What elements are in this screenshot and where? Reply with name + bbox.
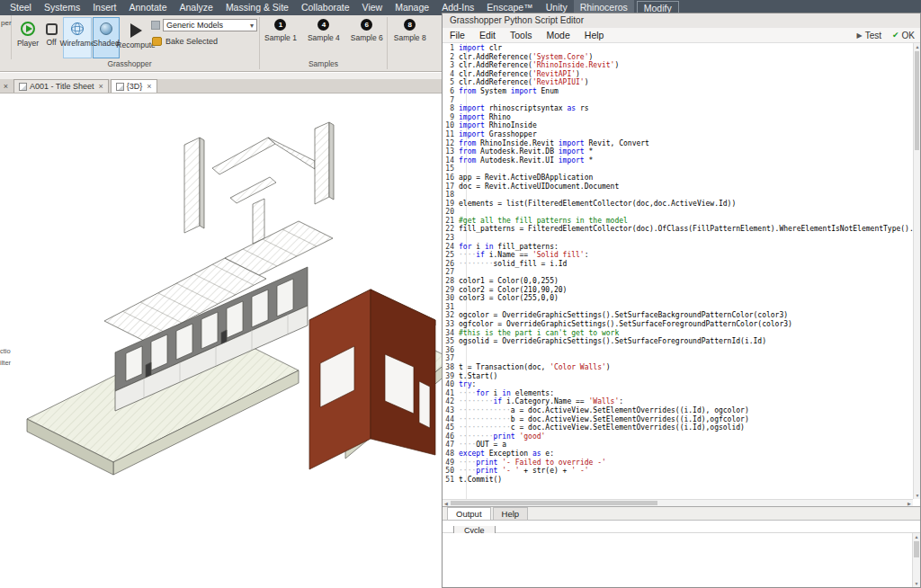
ribbon-tab-analyze[interactable]: Analyze xyxy=(174,0,219,15)
code-line[interactable]: 37 xyxy=(443,354,913,363)
code-vertical-scrollbar[interactable]: ▲ ▼ xyxy=(913,43,920,499)
output-vertical-scrollbar[interactable]: ▲ ▼ xyxy=(912,533,920,587)
bake-selected-button[interactable]: Bake Selected xyxy=(151,37,257,46)
code-line[interactable]: 40try: xyxy=(443,380,913,389)
code-line[interactable]: 48except Exception as e: xyxy=(443,450,913,459)
code-line[interactable]: 18 xyxy=(443,191,913,200)
code-line[interactable]: 45············c = doc.ActiveView.SetElem… xyxy=(443,423,913,432)
code-editor[interactable]: 1import clr2clr.AddReference('System.Cor… xyxy=(443,43,920,506)
menu-mode[interactable]: Mode xyxy=(540,30,577,40)
sample-button[interactable]: 1Sample 1 xyxy=(264,19,297,42)
code-line[interactable]: 22fill_patterns = FilteredElementCollect… xyxy=(443,225,913,234)
menu-file[interactable]: File xyxy=(443,30,472,40)
code-line[interactable]: 32ogcolor = OverrideGraphicSettings().Se… xyxy=(443,311,913,320)
code-line[interactable]: 17doc = Revit.ActiveUIDocument.Document xyxy=(443,183,913,192)
view-tab[interactable]: {3D}× xyxy=(111,79,157,93)
code-line[interactable]: 29color2 = Color(210,90,20) xyxy=(443,286,913,295)
code-line[interactable]: 50····print '- ' + str(e) + ' -' xyxy=(443,467,913,476)
code-line[interactable]: 26········solid_fill = i.Id xyxy=(443,260,913,269)
code-line[interactable]: 41····for i in elements: xyxy=(443,389,913,398)
code-line[interactable]: 47····OUT = a xyxy=(443,441,913,450)
code-line[interactable]: 43············a = doc.ActiveView.SetElem… xyxy=(443,406,913,415)
scroll-left-icon[interactable]: ◀ xyxy=(443,500,450,506)
code-line[interactable]: 46········print 'good' xyxy=(443,432,913,441)
code-line[interactable]: 27 xyxy=(443,268,913,277)
panel-label-samples[interactable]: Samples xyxy=(260,59,387,68)
close-icon[interactable]: × xyxy=(147,82,151,91)
ribbon-tab-view[interactable]: View xyxy=(356,0,389,15)
code-line[interactable]: 5clr.AddReference('RevitAPIUI') xyxy=(443,78,913,87)
model-canvas[interactable]: ctio ilter xyxy=(0,94,442,588)
code-line[interactable]: 9import Rhino xyxy=(443,113,913,122)
code-line[interactable]: 44············b = doc.ActiveView.SetElem… xyxy=(443,415,913,424)
code-line[interactable]: 14from Autodesk.Revit.UI import * xyxy=(443,156,913,165)
wireframe-button[interactable]: Wireframe xyxy=(63,17,92,58)
ribbon-tab-systems[interactable]: Systems xyxy=(38,0,86,15)
code-line[interactable]: 20 xyxy=(443,208,913,217)
ribbon-tab-massing-site[interactable]: Massing & Site xyxy=(219,0,295,15)
code-line[interactable]: 33ogfcolor = OverrideGraphicSettings().S… xyxy=(443,320,913,329)
code-line[interactable]: 28color1 = Color(0,0,255) xyxy=(443,277,913,286)
close-icon[interactable]: × xyxy=(0,79,12,93)
code-line[interactable]: 13from Autodesk.Revit.DB import * xyxy=(443,147,913,156)
code-line[interactable]: 3clr.AddReference('RhinoInside.Revit') xyxy=(443,61,913,70)
editor-title-bar[interactable]: Grasshopper Python Script Editor xyxy=(443,13,920,28)
code-line[interactable]: 24for i in fill_patterns: xyxy=(443,243,913,252)
code-line[interactable]: 1import clr xyxy=(443,44,913,53)
code-line[interactable]: 4clr.AddReference('RevitAPI') xyxy=(443,70,913,79)
menu-tools[interactable]: Tools xyxy=(503,30,540,40)
scroll-thumb[interactable] xyxy=(915,51,919,150)
code-line[interactable]: 15 xyxy=(443,165,913,174)
ribbon-tab-annotate[interactable]: Annotate xyxy=(122,0,173,15)
code-line[interactable]: 35ogsolid = OverrideGraphicSettings().Se… xyxy=(443,337,913,346)
ribbon-tab-collaborate[interactable]: Collaborate xyxy=(295,0,356,15)
sample-button[interactable]: 6Sample 6 xyxy=(351,19,383,42)
code-line[interactable]: 12from RhinoInside.Revit import Revit, C… xyxy=(443,139,913,148)
off-button[interactable]: Off xyxy=(40,17,63,58)
sample-button[interactable]: 4Sample 4 xyxy=(308,19,340,42)
ok-button[interactable]: ✔ OK xyxy=(887,31,920,40)
generic-models-dropdown[interactable]: Generic Models ▾ xyxy=(163,19,257,31)
code-line[interactable]: 7 xyxy=(443,96,913,105)
scroll-up-icon[interactable]: ▲ xyxy=(913,533,920,540)
scroll-up-icon[interactable]: ▲ xyxy=(914,43,920,50)
code-line[interactable]: 25····if i.Name == 'Solid fill': xyxy=(443,251,913,260)
code-line[interactable]: 42········if i.Category.Name == 'Walls': xyxy=(443,397,913,406)
ribbon-tab-manage[interactable]: Manage xyxy=(389,0,435,15)
output-area[interactable]: ▲ ▼ xyxy=(443,533,920,587)
menu-edit[interactable]: Edit xyxy=(472,30,503,40)
model-viewport[interactable] xyxy=(0,94,442,588)
code-line[interactable]: 21#get all the fill patterns in the mode… xyxy=(443,217,913,226)
player-button[interactable]: Player xyxy=(14,17,41,58)
code-line[interactable]: 19elements = list(FilteredElementCollect… xyxy=(443,200,913,209)
code-line[interactable]: 11import Grasshopper xyxy=(443,130,913,139)
scroll-down-icon[interactable]: ▼ xyxy=(914,492,920,499)
menu-help[interactable]: Help xyxy=(577,30,612,40)
code-line[interactable]: 31 xyxy=(443,303,913,312)
code-line[interactable]: 10import RhinoInside xyxy=(443,121,913,130)
code-line[interactable]: 49····print '- Failed to override -' xyxy=(443,459,913,468)
scroll-down-icon[interactable]: ▼ xyxy=(913,580,920,587)
code-line[interactable]: 34#this is the part i can't get to work xyxy=(443,329,913,338)
output-tab-help[interactable]: Help xyxy=(493,507,529,520)
sample-button[interactable]: 8Sample 8 xyxy=(394,19,426,42)
code-line[interactable]: 6from System import Enum xyxy=(443,87,913,96)
code-line[interactable]: 16app = Revit.ActiveDBApplication xyxy=(443,174,913,183)
code-line[interactable]: 38t = Transaction(doc, 'Color Walls') xyxy=(443,363,913,372)
code-line[interactable]: 36 xyxy=(443,346,913,355)
close-icon[interactable]: × xyxy=(99,82,103,91)
ribbon-tab-steel[interactable]: Steel xyxy=(4,0,38,15)
code-line[interactable]: 30color3 = Color(255,0,0) xyxy=(443,294,913,303)
panel-label-grasshopper[interactable]: Grasshopper xyxy=(0,59,259,68)
ribbon-tab-insert[interactable]: Insert xyxy=(86,0,122,15)
code-line[interactable]: 39t.Start() xyxy=(443,372,913,381)
code-horizontal-scrollbar[interactable]: ◀ ▶ xyxy=(443,499,913,506)
code-line[interactable]: 51t.Commit() xyxy=(443,476,913,485)
recompute-button[interactable]: Recompute xyxy=(121,17,151,58)
code-line[interactable]: 8import rhinoscriptsyntax as rs xyxy=(443,104,913,113)
test-button[interactable]: ▶ Test xyxy=(852,31,888,40)
shaded-button[interactable]: Shaded xyxy=(93,17,120,58)
scroll-thumb[interactable] xyxy=(914,541,919,557)
code-line[interactable]: 2clr.AddReference('System.Core') xyxy=(443,53,913,62)
code-line[interactable]: 23 xyxy=(443,234,913,243)
